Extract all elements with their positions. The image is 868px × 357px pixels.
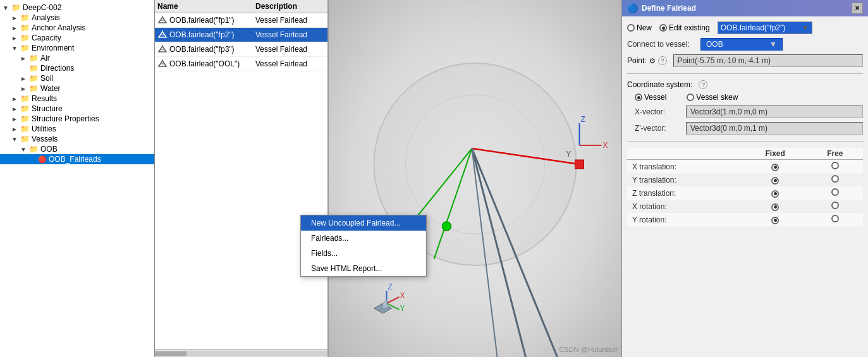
table-fixed-yrot[interactable] [743, 213, 807, 226]
context-menu-save-html[interactable]: Save HTML Report... [301, 261, 426, 276]
list-scrollbar[interactable] [155, 349, 327, 357]
dropdown-vessel-value: OOB [706, 40, 723, 49]
context-menu-new-uncoupled[interactable]: New Uncoupled Fairlead... [301, 215, 426, 231]
expander-structprops[interactable]: ► [11, 116, 20, 123]
radio-fixed-yrot[interactable] [771, 217, 779, 224]
radio-free-yrot[interactable] [831, 215, 839, 222]
radio-vessel-skew[interactable]: Vessel skew [687, 93, 738, 102]
radio-vessel-circle[interactable] [635, 94, 642, 101]
expander-soil[interactable]: ► [20, 75, 29, 82]
folder-icon-deepc: 📁 [11, 3, 21, 12]
tree-item-soil[interactable]: ► 📁 Soil [0, 73, 154, 83]
tree-item-oob[interactable]: ▼ 📁 OOB [0, 144, 154, 154]
radio-free-xtrans[interactable] [831, 162, 839, 169]
expander-utilities[interactable]: ► [11, 126, 20, 133]
tree-content[interactable]: ▼ 📁 DeepC-002 ► 📁 Analysis ► 📁 Anchor An… [0, 0, 154, 357]
radio-new[interactable]: New [627, 23, 652, 32]
viewport-panel[interactable]: Z X Y X Y Z CSDN @Hulunbuir [329, 0, 621, 357]
tree-label-deepc: DeepC-002 [23, 3, 152, 12]
zvector-field[interactable]: Vector3d(0 m,0 m,1 m) [686, 122, 863, 135]
radio-vessel-skew-circle[interactable] [687, 94, 694, 101]
list-row-fp1[interactable]: OOB.fairlead("fp1") Vessel Fairlead [155, 13, 327, 28]
table-free-xtrans[interactable] [807, 160, 863, 174]
tree-item-results[interactable]: ► 📁 Results [0, 94, 154, 104]
radio-free-ztrans[interactable] [831, 188, 839, 196]
table-fixed-xtrans[interactable] [743, 160, 807, 174]
expander-analysis[interactable]: ► [11, 15, 20, 21]
table-free-ztrans[interactable] [807, 186, 863, 200]
tree-item-structure[interactable]: ► 📁 Structure [0, 104, 154, 114]
table-free-xrot[interactable] [807, 200, 863, 213]
list-row-ool[interactable]: OOB.fairlead("OOL") Vessel Fairlead [155, 57, 327, 71]
coord-question-mark[interactable]: ? [699, 80, 707, 89]
list-rows[interactable]: OOB.fairlead("fp1") Vessel Fairlead OOB.… [155, 13, 327, 349]
list-row-fp3[interactable]: OOB.fairlead("fp3") Vessel Fairlead [155, 42, 327, 57]
radio-fixed-xrot[interactable] [771, 203, 779, 211]
expander-deepc[interactable]: ▼ [3, 4, 11, 11]
list-row-fp1-name: OOB.fairlead("fp1") [157, 15, 255, 25]
radio-free-ytrans[interactable] [831, 175, 839, 183]
tree-item-fairleads[interactable]: 🔴 OOB_Fairleads [0, 154, 154, 164]
xvector-field[interactable]: Vector3d(1 m,0 m,0 m) [686, 106, 863, 118]
expander-air[interactable]: ► [20, 55, 29, 62]
table-col-fixed: Fixed [743, 148, 807, 160]
expander-environment[interactable]: ▼ [11, 45, 20, 52]
tree-label-results: Results [32, 94, 152, 103]
tree-item-environment[interactable]: ▼ 📁 Environment [0, 43, 154, 53]
point-question-mark[interactable]: ? [658, 56, 667, 65]
list-row-fp2-name: OOB.fairlead("fp2") [157, 30, 255, 40]
radio-vessel[interactable]: Vessel [635, 93, 666, 102]
tree-item-deepc[interactable]: ▼ 📁 DeepC-002 [0, 3, 154, 13]
fairlead-icon-fp1 [157, 15, 168, 25]
dropdown-vessel-select[interactable]: OOB ▼ [700, 38, 783, 51]
tree-item-directions[interactable]: 📁 Directions [0, 63, 154, 73]
table-fixed-xrot[interactable] [743, 200, 807, 213]
radio-fixed-ztrans[interactable] [771, 190, 779, 198]
radio-fixed-ytrans[interactable] [771, 177, 779, 185]
context-menu-fairleads[interactable]: Fairleads... [301, 231, 426, 246]
radio-vessel-skew-label: Vessel skew [696, 93, 738, 102]
folder-icon-capacity: 📁 [20, 33, 30, 42]
tree-item-capacity[interactable]: ► 📁 Capacity [0, 33, 154, 43]
expander-structure[interactable]: ► [11, 106, 20, 112]
tree-item-vessels[interactable]: ▼ 📁 Vessels [0, 134, 154, 144]
radio-new-label: New [637, 23, 652, 32]
col-header-name: Name [157, 2, 255, 11]
tree-item-structprops[interactable]: ► 📁 Structure Properties [0, 114, 154, 124]
tree-item-utilities[interactable]: ► 📁 Utilities [0, 124, 154, 134]
svg-text:X: X [603, 141, 608, 150]
tree-item-analysis[interactable]: ► 📁 Analysis [0, 13, 154, 23]
table-free-ytrans[interactable] [807, 173, 863, 186]
expander-vessels[interactable]: ▼ [11, 136, 20, 143]
table-free-yrot[interactable] [807, 213, 863, 226]
tree-item-anchor[interactable]: ► 📁 Anchor Analysis [0, 23, 154, 33]
radio-edit[interactable]: Edit existing [659, 23, 710, 32]
table-row-yrot: Y rotation: [627, 213, 863, 226]
scroll-thumb[interactable] [155, 351, 186, 356]
expander-water[interactable]: ► [20, 85, 29, 92]
table-fixed-ytrans[interactable] [743, 173, 807, 186]
dialog-close-button[interactable]: × [852, 3, 863, 14]
radio-free-xrot[interactable] [831, 202, 839, 209]
dialog-panel: 🔵 Define Fairlead × New Edit existing OO… [621, 0, 868, 357]
tree-item-air[interactable]: ► 📁 Air [0, 53, 154, 63]
connect-vessel-row: Connect to vessel: OOB ▼ [627, 38, 863, 51]
radio-edit-circle[interactable] [659, 24, 667, 32]
expander-capacity[interactable]: ► [11, 35, 20, 42]
tree-item-water[interactable]: ► 📁 Water [0, 83, 154, 94]
radio-fixed-xtrans[interactable] [771, 164, 779, 171]
list-row-fp2[interactable]: OOB.fairlead("fp2") Vessel Fairlead [155, 28, 327, 42]
folder-icon-utilities: 📁 [20, 124, 30, 133]
tree-label-fairleads: OOB_Fairleads [49, 155, 152, 164]
expander-anchor[interactable]: ► [11, 25, 20, 32]
context-menu-fields[interactable]: Fields... [301, 246, 426, 261]
expander-results[interactable]: ► [11, 95, 20, 102]
dropdown-fairlead-select[interactable]: OOB.fairlead("fp2") ▼ [718, 21, 812, 34]
radio-new-circle[interactable] [627, 24, 635, 32]
point-value-field[interactable]: Point(-5.75 m,-10 m,-4.1 m) [673, 54, 863, 67]
svg-point-21 [443, 222, 451, 231]
table-fixed-ztrans[interactable] [743, 186, 807, 200]
table-label-ztrans: Z translation: [627, 186, 743, 200]
expander-oob[interactable]: ▼ [20, 146, 29, 153]
viewport-svg: Z X Y X Y Z [329, 0, 621, 357]
